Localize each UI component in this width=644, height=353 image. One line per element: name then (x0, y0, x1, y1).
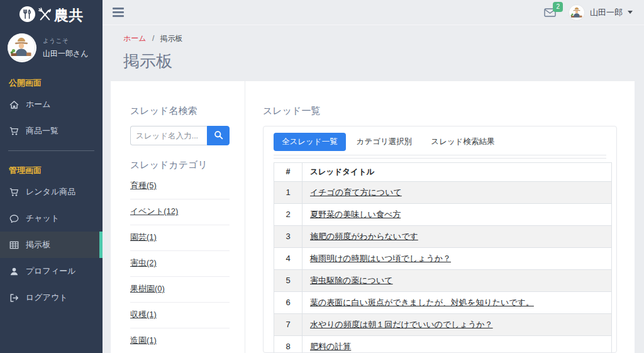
sidebar-divider (8, 150, 94, 151)
table-icon (9, 240, 19, 250)
avatar (569, 4, 585, 21)
sidebar-item-label: レンタル商品 (26, 186, 75, 198)
breadcrumb-current: 掲示板 (160, 34, 183, 43)
caret-down-icon (628, 11, 633, 14)
brand-logo[interactable]: 農共 (0, 0, 103, 28)
category-list: 育種(5) イベント(12) 園芸(1) 害虫(2) 果樹園(0) 収穫(1) … (130, 174, 230, 353)
logout-icon (9, 293, 19, 303)
table-row: 4 梅雨明けの時期はいつ頃でしょうか？ (274, 248, 612, 270)
welcome-text: ようこそ (43, 36, 89, 45)
mail-icon[interactable]: 2 (544, 8, 556, 17)
sidebar-item-label: プロフィール (26, 266, 76, 277)
row-number: 4 (274, 248, 303, 270)
tab-by-category[interactable]: カテゴリ選択別 (348, 133, 421, 151)
thread-link[interactable]: 葉の表面に白い斑点ができましたが、対処を知りたいです。 (310, 298, 534, 307)
category-item: 収穫(1) (130, 303, 230, 328)
content-panel: スレッド名検索 スレッドカテゴリ 育種(5) (111, 81, 635, 353)
category-link[interactable]: イベント(12) (130, 206, 178, 216)
thread-link[interactable]: 施肥の頻度がわからないです (310, 232, 418, 241)
tab-all-threads[interactable]: 全スレッド一覧 (274, 133, 346, 151)
fork-knife-plate-icon (19, 6, 36, 25)
sidebar-item-label: 商品一覧 (26, 125, 58, 137)
table-row: 1 イチゴの育て方について (274, 182, 612, 204)
category-item: イベント(12) (130, 199, 230, 225)
cart-icon (9, 126, 19, 136)
threads-table: # スレッドタイトル 1 イチゴの育て方について 2 夏野菜の美味し (274, 162, 612, 353)
category-item: 造園(1) (130, 328, 230, 353)
search-button[interactable] (207, 126, 230, 145)
sidebar-item-home[interactable]: ホーム (0, 91, 103, 118)
app-window: 農共 ようこそ 山田一郎さん 公開画 (0, 0, 644, 353)
category-link[interactable]: 害虫(2) (130, 258, 157, 267)
sidebar: 農共 ようこそ 山田一郎さん 公開画 (0, 0, 103, 353)
topbar-user-name: 山田一郎 (590, 7, 623, 18)
table-row: 7 水やりの頻度は朝１回だけでいいのでしょうか？ (274, 314, 612, 336)
sidebar-item-label: ホーム (26, 99, 51, 110)
tab-content-divider (274, 158, 606, 159)
breadcrumb: ホーム / 掲示板 (123, 33, 634, 44)
sidebar-item-rental[interactable]: レンタル商品 (0, 179, 103, 205)
cart-icon (9, 187, 19, 197)
avatar (8, 33, 36, 62)
page-title: 掲示板 (123, 50, 634, 72)
logo-text: 農共 (54, 6, 84, 25)
row-number: 6 (274, 292, 303, 314)
threads-card: 全スレッド一覧 カテゴリ選択別 スレッド検索結果 # スレッドタイトル (263, 126, 617, 353)
category-item: 園芸(1) (130, 225, 230, 251)
breadcrumb-home-link[interactable]: ホーム (123, 34, 147, 43)
chat-icon (9, 213, 19, 223)
search-sidebar: スレッド名検索 スレッドカテゴリ 育種(5) (111, 81, 245, 353)
category-link[interactable]: 園芸(1) (130, 232, 157, 242)
thread-search-group (130, 126, 230, 145)
page-header: ホーム / 掲示板 掲示板 (103, 25, 644, 81)
sidebar-item-label: 掲示板 (26, 239, 50, 250)
sidebar-item-products[interactable]: 商品一覧 (0, 118, 103, 144)
sidebar-item-chat[interactable]: チャット (0, 205, 103, 232)
category-item: 害虫(2) (130, 251, 230, 277)
tab-search-results[interactable]: スレッド検索結果 (423, 133, 502, 151)
thread-link[interactable]: イチゴの育て方について (310, 188, 402, 197)
topbar: 2 (103, 0, 644, 25)
thread-list-section: スレッド一覧 全スレッド一覧 カテゴリ選択別 スレッド検索結果 # スレッドタイ… (245, 81, 635, 353)
thread-link[interactable]: 肥料の計算 (310, 342, 351, 351)
hamburger-menu-icon[interactable] (110, 5, 126, 20)
table-row: 5 害虫駆除の薬について (274, 270, 612, 292)
thread-link[interactable]: 梅雨明けの時期はいつ頃でしょうか？ (310, 254, 451, 263)
category-link[interactable]: 収穫(1) (130, 310, 157, 319)
category-link[interactable]: 造園(1) (130, 335, 157, 345)
section-label-public: 公開画面 (0, 70, 103, 91)
sidebar-user-block: ようこそ 山田一郎さん (0, 28, 103, 70)
table-row: 8 肥料の計算 (274, 336, 612, 353)
table-row: 2 夏野菜の美味しい食べ方 (274, 204, 612, 226)
breadcrumb-separator: / (152, 34, 154, 43)
sidebar-item-label: ログアウト (26, 292, 68, 303)
table-row: 6 葉の表面に白い斑点ができましたが、対処を知りたいです。 (274, 292, 612, 314)
search-heading: スレッド名検索 (130, 105, 230, 117)
row-number: 2 (274, 204, 303, 226)
home-icon (9, 99, 19, 109)
main-area: 2 (103, 0, 644, 353)
category-link[interactable]: 果樹園(0) (130, 284, 165, 293)
sidebar-item-profile[interactable]: プロフィール (0, 258, 103, 284)
row-number: 8 (274, 336, 303, 353)
category-link[interactable]: 育種(5) (130, 181, 157, 190)
row-number: 1 (274, 182, 303, 204)
thread-tabs: 全スレッド一覧 カテゴリ選択別 スレッド検索結果 (274, 133, 606, 155)
sidebar-user-name: 山田一郎さん (43, 48, 89, 59)
category-item: 果樹園(0) (130, 277, 230, 303)
garden-tools-icon (36, 6, 53, 25)
section-label-admin: 管理画面 (0, 157, 103, 179)
row-number: 7 (274, 314, 303, 336)
thread-link[interactable]: 夏野菜の美味しい食べ方 (310, 210, 401, 219)
sidebar-item-label: チャット (26, 213, 59, 224)
user-icon (9, 266, 19, 276)
category-heading: スレッドカテゴリ (130, 159, 230, 171)
search-icon (214, 130, 223, 142)
sidebar-item-board[interactable]: 掲示板 (0, 232, 103, 258)
sidebar-item-logout[interactable]: ログアウト (0, 284, 103, 311)
thread-link[interactable]: 水やりの頻度は朝１回だけでいいのでしょうか？ (310, 320, 493, 329)
user-menu[interactable]: 山田一郎 (569, 4, 633, 21)
row-number: 5 (274, 270, 303, 292)
search-input[interactable] (130, 126, 207, 145)
thread-link[interactable]: 害虫駆除の薬について (310, 276, 393, 285)
